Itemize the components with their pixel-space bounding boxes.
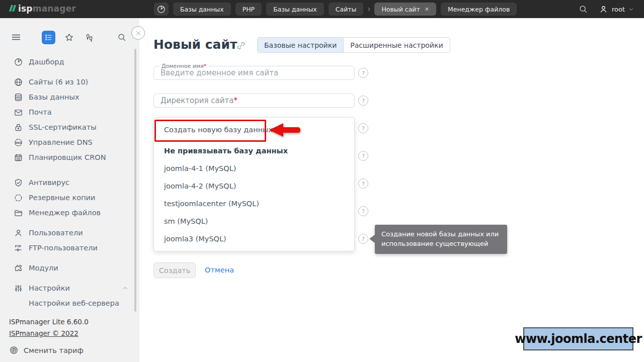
db-option[interactable]: sm (MySQL)	[154, 212, 354, 230]
database-icon	[13, 93, 23, 102]
topbar-tab[interactable]: Новый сайт✕	[374, 3, 436, 16]
sidebar-item[interactable]: SSL-сертификаты	[0, 120, 139, 135]
link-icon[interactable]	[236, 41, 246, 50]
calendar-icon	[13, 153, 23, 162]
db-option[interactable]: joomla-4-1 (MySQL)	[154, 159, 354, 177]
domain-name-field[interactable]: Доменное имя* Введите доменное имя сайта	[153, 66, 355, 80]
change-tariff-button[interactable]: Сменить тариф	[9, 345, 89, 355]
topbar-tab[interactable]: Сайты	[329, 3, 364, 16]
sidebar-scrollbar[interactable]	[134, 49, 136, 312]
hamburger-menu-icon[interactable]	[11, 32, 21, 42]
sidebar-item[interactable]: Менеджер файлов	[0, 205, 139, 220]
sidebar-item[interactable]: Модули	[0, 260, 139, 276]
sidebar: ДашбордСайты (6 из 10)Базы данныхПочтаSS…	[0, 18, 139, 362]
sidebar-subitem[interactable]: Настройки веб-сервера	[0, 296, 139, 311]
create-button[interactable]: Создать	[153, 262, 196, 278]
sidebar-item-label: Пользователи	[29, 229, 83, 237]
app-logo[interactable]: isp manager	[10, 4, 76, 14]
domain-name-placeholder: Введите доменное имя сайта	[160, 68, 278, 77]
topbar-tab-label: Сайты	[336, 6, 357, 13]
dashboard-tab-button[interactable]	[154, 3, 169, 16]
help-icon[interactable]: ?	[358, 123, 368, 133]
settings-tab[interactable]: Расширенные настройки	[343, 38, 449, 52]
footprints-icon[interactable]	[85, 33, 94, 42]
help-icon[interactable]: ?	[358, 206, 368, 216]
domain-name-label: Доменное имя*	[159, 63, 208, 69]
database-dropdown: Создать новую базу данных Не привязывать…	[153, 117, 355, 251]
menu-list-view-button[interactable]	[42, 31, 55, 44]
mail-icon	[13, 108, 23, 117]
sidebar-item-label: Базы данных	[29, 93, 79, 101]
topbar-tab-label: Базы данных	[273, 6, 317, 13]
topbar-tab[interactable]: PHP	[235, 3, 262, 16]
site-directory-field[interactable]: Директория сайта*	[153, 94, 355, 108]
cancel-link[interactable]: Отмена	[205, 266, 234, 274]
user-icon	[13, 228, 23, 238]
help-icon[interactable]: ?	[358, 234, 368, 244]
topbar-tab[interactable]: Базы данных	[173, 3, 231, 16]
user-menu[interactable]: root	[599, 5, 634, 14]
sidebar-item-label: SSL-сертификаты	[29, 123, 97, 131]
backup-icon	[13, 193, 23, 203]
logo-text-isp: isp	[18, 4, 33, 14]
svg-text:FTP: FTP	[15, 244, 22, 247]
site-directory-label: Директория сайта*	[160, 96, 237, 105]
topbar-tab-label: Менеджер файлов	[448, 6, 510, 13]
sidebar-item-label: Дашборд	[29, 58, 64, 66]
sidebar-item[interactable]: Почта	[0, 105, 139, 120]
db-option[interactable]: joomla3 (MySQL)	[154, 230, 354, 247]
sidebar-item-label: Планировщик CRON	[29, 153, 106, 161]
sidebar-item[interactable]: Планировщик CRON	[0, 150, 139, 165]
sidebar-item-label: Сайты (6 из 10)	[29, 78, 88, 86]
favorites-star-icon[interactable]	[64, 33, 74, 42]
shield-icon	[13, 178, 23, 188]
help-icon[interactable]: ?	[358, 178, 368, 189]
user-name: root	[612, 6, 625, 13]
topbar-right: root	[579, 0, 634, 18]
annotation-red-box	[154, 120, 266, 142]
breadcrumb-chevron-icon: ›	[367, 5, 370, 14]
sidebar-item-label: FTP-пользователи	[29, 244, 98, 252]
sidebar-search-icon[interactable]	[117, 33, 126, 42]
sidebar-toolbar	[0, 26, 139, 48]
globe-icon	[13, 77, 23, 87]
db-options-list: Не привязывать базу данныхjoomla-4-1 (My…	[154, 142, 354, 247]
db-option[interactable]: testjoomlacenter (MySQL)	[154, 195, 354, 212]
help-icon[interactable]: ?	[358, 96, 368, 106]
sidebar-item[interactable]: Резервные копии	[0, 190, 139, 205]
logo-icon	[10, 4, 16, 14]
close-icon	[135, 30, 142, 37]
topbar-tabs: Базы данныхPHPБазы данныхСайты›Новый сай…	[154, 3, 517, 16]
sidebar-item[interactable]: Сайты (6 из 10)	[0, 74, 139, 89]
topbar-tab-label: Новый сайт	[381, 6, 420, 13]
help-tooltip: Создание новой базы данных или использов…	[375, 225, 507, 254]
help-icon[interactable]: ?	[358, 151, 368, 161]
folder-icon	[13, 208, 23, 218]
tariff-coin-icon	[9, 345, 19, 355]
sidebar-item[interactable]: Базы данных	[0, 89, 139, 105]
version-label: ISPmanager Lite 6.60.0	[9, 318, 89, 326]
help-icon[interactable]: ?	[358, 68, 368, 78]
db-option[interactable]: joomla-4-2 (MySQL)	[154, 177, 354, 195]
sidebar-item[interactable]: Дашборд	[0, 54, 139, 69]
sidebar-item[interactable]: Антивирус	[0, 175, 139, 190]
tab-close-icon[interactable]: ✕	[425, 6, 429, 13]
copyright-link[interactable]: ISPmanager © 2022	[9, 329, 89, 337]
topbar-tab[interactable]: Менеджер файлов	[441, 3, 517, 16]
chevron-down-icon	[628, 7, 634, 12]
chevron-up-icon[interactable]	[122, 285, 128, 291]
user-icon	[599, 5, 608, 14]
topbar-tab-label: Базы данных	[180, 6, 224, 13]
sidebar-item[interactable]: Настройки	[0, 281, 139, 296]
db-option[interactable]: Не привязывать базу данных	[154, 142, 354, 159]
sidebar-item[interactable]: FTPFTP-пользователи	[0, 240, 139, 255]
sliders-icon	[13, 284, 23, 293]
sidebar-item-label: Резервные копии	[29, 194, 95, 202]
topbar-tab[interactable]: Базы данных	[266, 3, 324, 16]
search-icon[interactable]	[579, 5, 588, 14]
lock-icon	[13, 123, 23, 132]
sidebar-item[interactable]: DNSУправление DNS	[0, 135, 139, 150]
sidebar-item[interactable]: Пользователи	[0, 225, 139, 240]
close-form-button[interactable]	[131, 26, 145, 40]
settings-tab[interactable]: Базовые настройки	[258, 38, 343, 52]
